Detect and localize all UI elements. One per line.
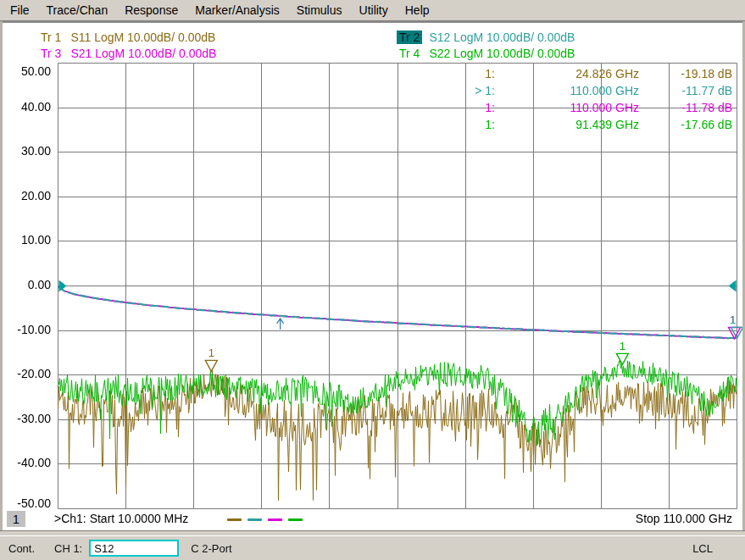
vna-application-window: { "menubar": { "items": ["File", "Trace/… [0,0,745,560]
trace-label-active: Tr 2 [397,30,422,44]
y-axis-tick-label: -20.00 [0,367,51,380]
marker-value: -11.77 dB [639,84,732,97]
marker-frequency: 110.000 GHz [495,84,639,97]
local-remote-indicator: LCL [692,542,713,555]
y-axis-tick-label: 20.00 [0,189,51,202]
marker-readout-row: 1: 91.439 GHz -17.66 dB [422,116,732,133]
legend-entry-tr3[interactable]: Tr 3S21 LogM 10.00dB/ 0.00dB [38,46,216,62]
trace-description: S12 LogM 10.00dB/ 0.00dB [429,30,575,44]
measurement-indicator[interactable]: S12 [89,540,179,557]
y-axis-tick-label: -40.00 [0,456,51,469]
correction-indicator: C 2-Port [191,542,231,555]
y-axis-tick-label: 30.00 [0,144,51,158]
menu-help[interactable]: Help [397,1,438,19]
sweep-mode-indicator: Cont. [8,542,51,555]
trace-description: S22 LogM 10.00dB/ 0.00dB [429,47,575,60]
marker-value: -11.78 dB [639,101,732,114]
marker-value: -17.66 dB [639,118,732,131]
trace-color-dash [247,518,262,521]
marker-number: 1: [422,67,495,80]
y-axis-tick-label: 50.00 [0,64,51,78]
menu-response[interactable]: Response [116,1,186,19]
marker-value: -19.18 dB [639,67,732,80]
y-axis-tick-label: 0.00 [0,278,51,291]
instrument-display: Tr 1S11 LogM 10.00dB/ 0.00dB Tr 3S21 Log… [0,21,745,530]
menu-stimulus[interactable]: Stimulus [288,1,351,19]
marker-readout-row: 1: 110.000 GHz -11.78 dB [422,99,732,116]
y-axis-tick-label: -50.00 [0,496,51,510]
marker-readout: 1: 24.826 GHz -19.18 dB > 1: 110.000 GHz… [422,65,732,133]
marker-number: 1: [422,101,495,114]
marker-readout-row: 1: 24.826 GHz -19.18 dB [422,65,732,82]
menu-file[interactable]: File [0,1,38,19]
marker-number-active: > 1: [422,84,495,97]
trace-color-key [227,518,309,521]
marker-number: 1: [422,118,495,131]
trace-color-dash [227,518,242,521]
menu-utility[interactable]: Utility [351,1,397,19]
y-axis-tick-label: -30.00 [0,412,51,425]
window-frame-top [0,21,745,23]
marker-frequency: 110.000 GHz [495,101,639,114]
status-bar: Cont. CH 1: S12 C 2-Port LCL [0,535,745,560]
trace-color-dash [268,518,282,521]
legend-entry-tr2[interactable]: Tr 2S12 LogM 10.00dB/ 0.00dB [397,30,575,46]
trace-description: S11 LogM 10.00dB/ 0.00dB [70,30,215,44]
trace-color-dash [288,518,303,521]
y-axis-tick-label: 40.00 [0,100,51,114]
legend-entry-tr4[interactable]: Tr 4S22 LogM 10.00dB/ 0.00dB [397,46,575,62]
menu-trace-chan[interactable]: Trace/Chan [38,1,117,19]
y-axis-tick-label: -10.00 [0,323,51,336]
channel-number-badge: 1 [7,511,25,527]
marker-readout-row: > 1: 110.000 GHz -11.77 dB [422,82,732,99]
marker-frequency: 91.439 GHz [495,118,639,131]
menu-bar: File Trace/Chan Response Marker/Analysis… [0,0,745,21]
channel-label: CH 1: [54,542,82,555]
window-frame-left [0,21,3,530]
trace-legend-left: Tr 1S11 LogM 10.00dB/ 0.00dB Tr 3S21 Log… [38,30,216,62]
y-axis-tick-label: 10.00 [0,233,51,247]
sweep-start-label: >Ch1: Start 10.0000 MHz [54,512,188,525]
y-axis-labels: 50.0040.0030.0020.0010.000.00-10.00-20.0… [0,21,53,530]
trace-legend-right: Tr 2S12 LogM 10.00dB/ 0.00dB Tr 4S22 Log… [397,30,575,62]
legend-entry-tr1[interactable]: Tr 1S11 LogM 10.00dB/ 0.00dB [38,30,216,46]
menu-marker-analysis[interactable]: Marker/Analysis [186,1,288,19]
trace-description: S21 LogM 10.00dB/ 0.00dB [70,47,216,60]
sweep-stop-label: Stop 110.000 GHz [636,512,732,525]
trace-label: Tr 4 [397,47,422,60]
marker-frequency: 24.826 GHz [495,67,639,80]
